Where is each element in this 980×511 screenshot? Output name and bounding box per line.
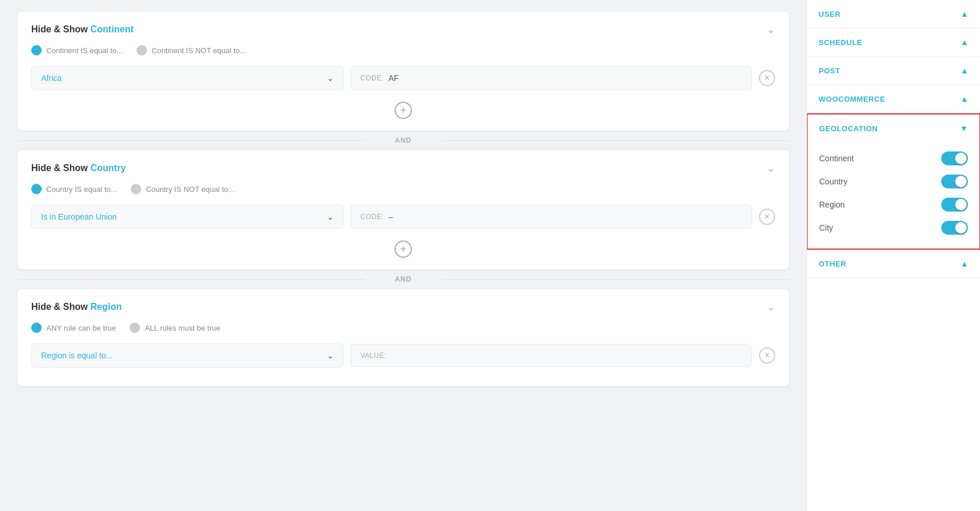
sidebar-other-header[interactable]: OTHER ▲	[807, 250, 980, 277]
continent-add-button[interactable]: +	[395, 102, 412, 119]
radio-dot-active-country	[31, 184, 42, 194]
sidebar-section-other: OTHER ▲	[807, 250, 980, 278]
country-code-value: –	[389, 212, 393, 221]
country-add-button[interactable]: +	[395, 240, 412, 258]
country-select-value: Is in European Union	[41, 212, 117, 221]
continent-code-field: CODE: AF	[351, 66, 752, 90]
sidebar-post-chevron: ▲	[960, 66, 968, 75]
toggle-row-city: City	[819, 216, 968, 239]
country-code-label: CODE:	[360, 213, 384, 221]
toggle-label-country: Country	[819, 177, 848, 186]
toggle-row-continent: Continent	[819, 147, 968, 170]
radio-dot-active	[31, 45, 42, 55]
region-code-label: VALUE:	[360, 351, 386, 360]
sidebar-section-user: USER ▲	[807, 0, 980, 28]
sidebar-section-geolocation: GEOLOCATION ▼ Continent Country Region	[806, 113, 980, 250]
toggle-region-thumb	[955, 199, 967, 210]
sidebar-other-title: OTHER	[819, 260, 846, 268]
card-highlight-region: Region	[90, 302, 121, 312]
sidebar-geolocation-body: Continent Country Region	[808, 142, 979, 249]
cards-stack: Hide & Show Continent ⌄ Continent IS equ…	[17, 12, 789, 386]
filter-row-country: Is in European Union ⌄ CODE: – ×	[31, 205, 775, 229]
continent-remove-button[interactable]: ×	[759, 70, 775, 86]
toggle-label-continent: Continent	[819, 154, 854, 163]
sidebar-section-post: POST ▲	[807, 57, 980, 85]
toggle-label-city: City	[819, 223, 833, 232]
and-separator-1: AND	[17, 131, 789, 150]
radio-label-country-equal: Country IS equal to...	[46, 185, 117, 194]
radio-dot-active-region	[31, 323, 42, 333]
filter-row-continent: Africa ⌄ CODE: AF ×	[31, 66, 775, 90]
sidebar-schedule-header[interactable]: SCHEDULE ▲	[807, 28, 980, 56]
region-remove-button[interactable]: ×	[759, 347, 775, 364]
collapse-country-button[interactable]: ⌄	[767, 162, 775, 175]
continent-code-label: CODE:	[360, 74, 384, 82]
sidebar-section-schedule: SCHEDULE ▲	[807, 28, 980, 57]
toggle-country[interactable]	[941, 175, 968, 188]
rule-card-country: Hide & Show Country ⌄ Country IS equal t…	[17, 150, 789, 269]
card-header-country: Hide & Show Country ⌄	[31, 162, 775, 175]
toggle-city-thumb	[955, 222, 967, 234]
sidebar-schedule-title: SCHEDULE	[819, 38, 863, 47]
radio-region-all[interactable]: ALL rules must be true	[130, 323, 220, 333]
sidebar-woocommerce-title: WOOCOMMERCE	[819, 95, 885, 103]
radio-country-equal[interactable]: Country IS equal to...	[31, 184, 117, 194]
radio-dot-inactive-country	[131, 184, 141, 194]
card-title-country: Hide & Show Country	[31, 163, 126, 173]
radio-continent-not-equal[interactable]: Continent IS NOT equal to...	[137, 45, 246, 55]
radio-label-region-all: ALL rules must be true	[145, 324, 220, 332]
sidebar-geolocation-header[interactable]: GEOLOCATION ▼	[808, 114, 979, 142]
sidebar-geolocation-chevron: ▼	[960, 124, 968, 133]
radio-dot-inactive-region	[130, 323, 140, 333]
collapse-region-button[interactable]: ⌄	[767, 301, 775, 313]
sidebar-schedule-chevron: ▲	[960, 38, 968, 47]
radio-dot-inactive	[137, 45, 147, 55]
sidebar-post-header[interactable]: POST ▲	[807, 57, 980, 84]
sidebar-user-header[interactable]: USER ▲	[807, 0, 980, 28]
sidebar-woocommerce-header[interactable]: WOOCOMMERCE ▲	[807, 85, 980, 113]
radio-label-not-equal: Continent IS NOT equal to...	[152, 46, 246, 55]
card-title-continent: Hide & Show Continent	[31, 24, 134, 35]
continent-select-value: Africa	[41, 73, 62, 83]
sidebar-post-title: POST	[819, 66, 840, 75]
sidebar-user-title: USER	[819, 10, 841, 18]
collapse-continent-button[interactable]: ⌄	[767, 23, 775, 36]
main-content: Hide & Show Continent ⌄ Continent IS equ…	[0, 0, 806, 511]
continent-select[interactable]: Africa ⌄	[31, 66, 344, 90]
radio-label-country-not-equal: Country IS NOT equal to...	[146, 185, 234, 194]
toggle-region[interactable]	[941, 198, 968, 212]
toggle-continent-thumb	[955, 153, 967, 164]
region-code-field: VALUE:	[351, 344, 752, 367]
region-select-value: Region is equal to...	[41, 351, 113, 360]
country-select-chevron: ⌄	[327, 212, 334, 221]
card-title-region: Hide & Show Region	[31, 302, 121, 312]
toggle-row-country: Country	[819, 170, 968, 193]
card-header-continent: Hide & Show Continent ⌄	[31, 23, 775, 36]
toggle-country-thumb	[955, 176, 967, 187]
card-header-region: Hide & Show Region ⌄	[31, 301, 775, 313]
region-select[interactable]: Region is equal to... ⌄	[31, 343, 344, 368]
sidebar-user-chevron: ▲	[960, 9, 968, 18]
sidebar-other-chevron: ▲	[960, 259, 968, 268]
sidebar: USER ▲ SCHEDULE ▲ POST ▲ WOOCOMMERCE ▲ G…	[806, 0, 980, 511]
toggle-continent[interactable]	[941, 151, 968, 165]
continent-code-value: AF	[389, 73, 399, 83]
radio-label-region-any: ANY rule can be true	[46, 324, 116, 332]
toggle-city[interactable]	[941, 221, 968, 235]
and-separator-2: AND	[17, 269, 789, 289]
filter-row-region: Region is equal to... ⌄ VALUE: ×	[31, 343, 775, 368]
country-remove-button[interactable]: ×	[759, 209, 775, 225]
toggle-label-region: Region	[819, 200, 845, 209]
radio-label-equal: Continent IS equal to...	[46, 46, 123, 55]
sidebar-section-woocommerce: WOOCOMMERCE ▲	[807, 85, 980, 113]
radio-country-not-equal[interactable]: Country IS NOT equal to...	[131, 184, 234, 194]
radio-continent-equal[interactable]: Continent IS equal to...	[31, 45, 123, 55]
radio-region-any[interactable]: ANY rule can be true	[31, 323, 116, 333]
radio-row-continent: Continent IS equal to... Continent IS NO…	[31, 45, 775, 55]
country-code-field: CODE: –	[351, 205, 752, 229]
radio-row-country: Country IS equal to... Country IS NOT eq…	[31, 184, 775, 194]
radio-row-region: ANY rule can be true ALL rules must be t…	[31, 323, 775, 333]
toggle-row-region: Region	[819, 193, 968, 216]
sidebar-woocommerce-chevron: ▲	[960, 94, 968, 103]
country-select[interactable]: Is in European Union ⌄	[31, 205, 344, 229]
